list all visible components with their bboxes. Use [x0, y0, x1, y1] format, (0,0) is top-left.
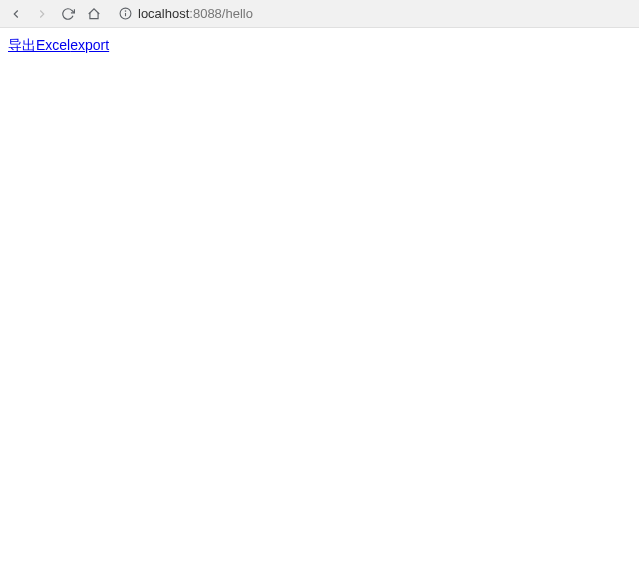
- export-excel-link[interactable]: 导出Excel: [8, 37, 70, 53]
- forward-button[interactable]: [34, 6, 50, 22]
- url-port: :8088: [189, 6, 222, 21]
- page-content: 导出Excelexport: [0, 28, 639, 63]
- browser-toolbar: localhost:8088/hello: [0, 0, 639, 28]
- reload-button[interactable]: [60, 6, 76, 22]
- home-button[interactable]: [86, 6, 102, 22]
- url-path: /hello: [222, 6, 253, 21]
- export-link[interactable]: export: [70, 37, 109, 53]
- svg-point-2: [125, 11, 126, 12]
- site-info-icon[interactable]: [118, 7, 132, 21]
- url-text: localhost:8088/hello: [138, 6, 253, 21]
- back-button[interactable]: [8, 6, 24, 22]
- url-host: localhost: [138, 6, 189, 21]
- address-bar[interactable]: localhost:8088/hello: [112, 3, 631, 25]
